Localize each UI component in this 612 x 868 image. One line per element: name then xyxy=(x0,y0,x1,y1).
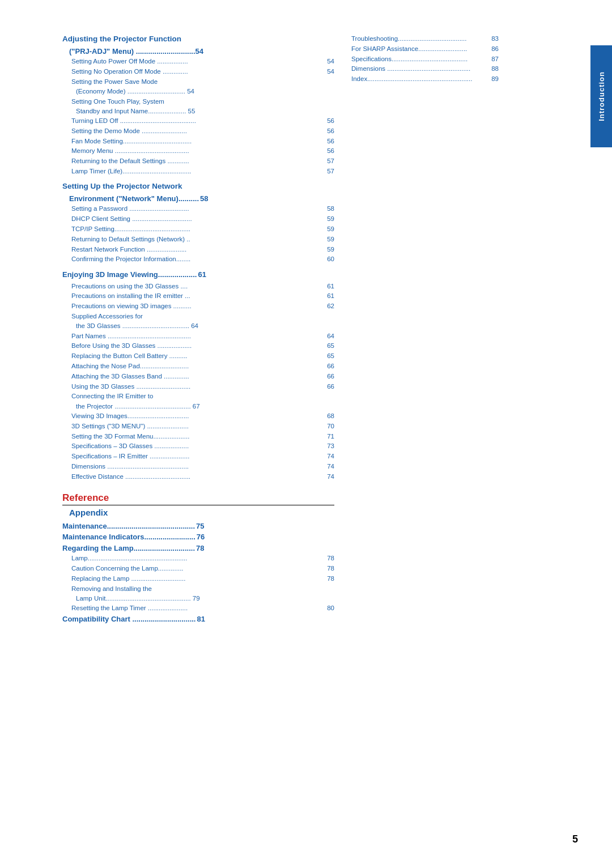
reference-divider xyxy=(62,505,334,505)
toc-item-one-touch: Setting One Touch Play, System Standby a… xyxy=(62,97,334,117)
sidebar-tab-label: Introduction xyxy=(597,71,606,121)
right-toc-list: Troubleshooting.........................… xyxy=(351,34,499,84)
toc-item-confirm-projector: Confirming the Projector Information....… xyxy=(62,254,334,265)
toc-item-reset-lamp-timer: Resetting the Lamp Timer ...............… xyxy=(62,603,334,614)
toc-item-demo-mode: Setting the Demo Mode ..................… xyxy=(62,126,334,137)
main-content: Adjusting the Projector Function ("PRJ-A… xyxy=(0,0,612,868)
toc-item-restart-network: Restart Network Function ...............… xyxy=(62,245,334,255)
page-number: 5 xyxy=(572,833,578,845)
toc-item-connecting-ir: Connecting the IR Emitter to the Project… xyxy=(62,392,334,411)
toc-item-3d-format: Setting the 3D Format Menu..............… xyxy=(62,432,334,442)
toc-item-glasses-band: Attaching the 3D Glasses Band ..........… xyxy=(62,372,334,382)
toc-item-no-op: Setting No Operation Off Mode ..........… xyxy=(62,67,334,77)
toc-item-index: Index...................................… xyxy=(351,74,499,84)
toc-item-3d-glasses-precaution: Precautions on using the 3D Glasses ....… xyxy=(62,282,334,292)
right-column: Troubleshooting.........................… xyxy=(351,34,499,845)
toc-network-section: Setting Up the Projector Network Environ… xyxy=(62,181,334,265)
toc-item-led-off: Turning LED Off ........................… xyxy=(62,116,334,126)
toc-item-text: ("PRJ-ADJ" Menu) .......................… xyxy=(69,46,203,57)
toc-item-using-3d-glasses: Using the 3D Glasses ...................… xyxy=(62,382,334,392)
toc-item-prj-adj: ("PRJ-ADJ" Menu) .......................… xyxy=(62,46,334,57)
reference-heading: Reference xyxy=(62,492,334,504)
appendix-heading: Appendix xyxy=(62,508,334,517)
toc-item-tcpip: TCP/IP Setting..........................… xyxy=(62,224,334,235)
toc-item-viewing-3d: Viewing 3D Images.......................… xyxy=(62,411,334,422)
toc-item-maintenance: Maintenance.............................… xyxy=(62,521,334,532)
toc-item-dimensions: Dimensions .............................… xyxy=(62,462,334,472)
left-column: Adjusting the Projector Function ("PRJ-A… xyxy=(62,34,334,845)
toc-item-default-network: Returning to Default Settings (Network) … xyxy=(62,235,334,245)
toc-item-ir-emitter-precaution: Precautions on installing the IR emitter… xyxy=(62,291,334,301)
toc-item-3d-heading: Enjoying 3D Image Viewing...............… xyxy=(62,269,334,280)
toc-item-spec-3d-glasses: Specifications – 3D Glasses ............… xyxy=(62,441,334,452)
toc-item-password: Setting a Password .....................… xyxy=(62,204,334,214)
toc-item-caution-lamp: Caution Concerning the Lamp.............… xyxy=(62,564,334,574)
toc-heading-network: Setting Up the Projector Network xyxy=(62,181,334,192)
toc-item-auto-power: Setting Auto Power Off Mode ............… xyxy=(62,57,334,67)
toc-item-troubleshooting: Troubleshooting.........................… xyxy=(351,34,499,44)
toc-item-part-names: Part Names .............................… xyxy=(62,331,334,342)
toc-item-button-cell: Replacing the Button Cell Battery ......… xyxy=(62,351,334,361)
toc-item-effective-distance: Effective Distance .....................… xyxy=(62,472,334,482)
toc-item-default-settings: Returning to the Default Settings ......… xyxy=(62,156,334,167)
toc-item-compatibility: Compatibility Chart ....................… xyxy=(62,614,334,625)
toc-item-fan-mode: Fan Mode Setting........................… xyxy=(62,137,334,147)
reference-section: Reference Appendix Maintenance..........… xyxy=(62,492,334,625)
page-container: Introduction Adjusting the Projector Fun… xyxy=(0,0,612,868)
toc-item-3d-settings: 3D Settings ("3D MENU") ................… xyxy=(62,422,334,432)
toc-item-regarding-lamp: Regarding the Lamp......................… xyxy=(62,543,334,554)
toc-item-3d-images-precaution: Precautions on viewing 3D images .......… xyxy=(62,301,334,312)
toc-item-network-menu: Environment ("Network" Menu)..........58 xyxy=(62,193,334,205)
toc-item-sharp-assistance: For SHARP Assistance....................… xyxy=(351,44,499,54)
toc-item-maintenance-indicators: Maintenance Indicators..................… xyxy=(62,531,334,543)
toc-3d-section: Enjoying 3D Image Viewing...............… xyxy=(62,269,334,482)
toc-item-removing-installing: Removing and Installing the Lamp Unit...… xyxy=(62,584,334,604)
toc-item-nose-pad: Attaching the Nose Pad..................… xyxy=(62,361,334,372)
toc-item-spec-ir-emitter: Specifications – IR Emitter ............… xyxy=(62,452,334,462)
toc-item-memory-menu: Memory Menu ............................… xyxy=(62,146,334,156)
toc-item-specifications: Specifications..........................… xyxy=(351,54,499,65)
sidebar-tab: Introduction xyxy=(590,45,612,147)
toc-item-lamp-timer: Lamp Timer (Life).......................… xyxy=(62,167,334,177)
toc-item-dhcp: DHCP Client Setting ....................… xyxy=(62,214,334,224)
toc-heading-adjusting: Adjusting the Projector Function xyxy=(62,34,334,45)
toc-item-power-save: Setting the Power Save Mode (Economy Mod… xyxy=(62,77,334,97)
toc-item-lamp: Lamp....................................… xyxy=(62,554,334,564)
toc-item-before-3d-glasses: Before Using the 3D Glasses ............… xyxy=(62,341,334,351)
toc-adjusting-section: Adjusting the Projector Function ("PRJ-A… xyxy=(62,34,334,177)
toc-item-replacing-lamp: Replacing the Lamp .....................… xyxy=(62,574,334,584)
toc-item-supplied-accessories: Supplied Accessories for the 3D Glasses … xyxy=(62,312,334,331)
toc-item-dimensions-right: Dimensions .............................… xyxy=(351,64,499,74)
